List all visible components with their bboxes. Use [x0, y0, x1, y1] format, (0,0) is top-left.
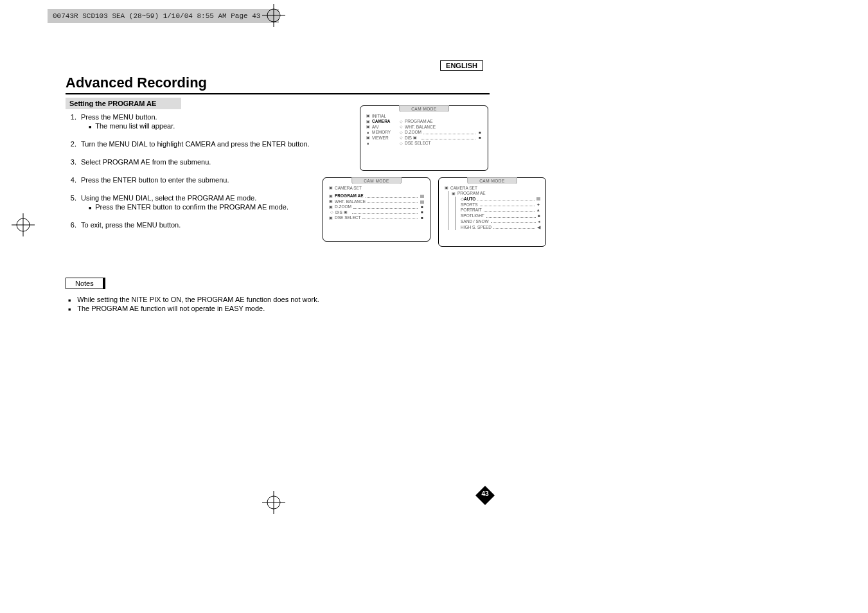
camera-osd-screen-3: CAM MODE CAMERA SET PROGRAM AE ◇AUTO SPO… [438, 177, 546, 247]
step-text: To exit, press the MENU button. [81, 221, 181, 229]
auto-mode-icon [420, 194, 425, 199]
step-item: Press the MENU button. The menu list wil… [78, 113, 316, 130]
folder-icon [328, 194, 333, 199]
osd-mode-item: AUTO [464, 197, 475, 202]
osd-right-item: D.ZOOM [405, 130, 421, 135]
crop-mark-icon [262, 4, 285, 27]
crop-mark-icon [262, 491, 285, 514]
portrait-mode-icon: ▲ [536, 208, 540, 213]
osd-left-item: MEMORY [372, 130, 398, 135]
end-icon [420, 205, 425, 210]
osd-right-item: DIS [405, 136, 412, 141]
high-speed-mode-icon: ◀ [537, 225, 540, 231]
osd-mode-item: SPORTS [461, 202, 478, 208]
osd-left-item: A/V [372, 125, 398, 130]
folder-icon [366, 125, 370, 130]
step-text: Press the MENU button. [81, 113, 157, 121]
step-item: Using the MENU DIAL, select the PROGRAM … [78, 194, 316, 211]
folder-icon [366, 120, 370, 124]
osd-left-item: VIEWER [372, 136, 398, 141]
print-header-strip: 00743R SCD103 SEA (28~59) 1/10/04 8:55 A… [48, 9, 279, 23]
diamond-icon: ◇ [400, 120, 403, 125]
osd-left-item: CAMERA [372, 119, 398, 124]
crop-mark-icon [12, 213, 35, 236]
camera-osd-screen-1: CAM MODE INITIAL CAMERA◇PROGRAM AE A/V◇W… [360, 105, 488, 171]
note-item: While setting the NITE PIX to ON, the PR… [68, 296, 490, 303]
end-icon [477, 136, 483, 141]
folder-icon [451, 191, 456, 196]
section-heading: Setting the PROGRAM AE [66, 98, 181, 109]
notes-heading: Notes [66, 278, 105, 289]
camera-osd-screen-2: CAM MODE CAMERA SET PROGRAM AE WHT. BALA… [323, 177, 430, 242]
end-icon [420, 199, 425, 204]
osd-right-item: WHT. BALANCE [405, 125, 436, 130]
osd-heading: CAMERA SET [450, 186, 477, 191]
osd-item: DSE SELECT [335, 215, 360, 220]
end-icon [420, 215, 425, 220]
title-rule [66, 93, 490, 94]
osd-item: DIS [335, 210, 342, 215]
end-icon [420, 210, 425, 215]
end-icon [477, 130, 483, 136]
diamond-icon: ◇ [400, 130, 403, 136]
folder-icon [444, 186, 448, 191]
diamond-icon: ◇ [400, 136, 403, 141]
osd-mode-label: CAM MODE [351, 177, 402, 184]
language-tag: ENGLISH [440, 60, 483, 71]
diamond-icon: ◇ [400, 125, 403, 130]
note-item: The PROGRAM AE function will not operate… [68, 305, 490, 312]
osd-item: WHT. BALANCE [335, 199, 366, 204]
step-text: Press the ENTER button to enter the subm… [81, 176, 229, 184]
osd-heading: CAMERA SET [335, 186, 362, 191]
osd-mode-item: PORTRAIT [461, 208, 482, 213]
folder-icon [366, 136, 370, 140]
square-icon [366, 141, 370, 146]
step-item: Press the ENTER button to enter the subm… [78, 176, 316, 184]
folder-icon [328, 205, 333, 209]
page-number-badge: 43 [475, 486, 495, 505]
osd-mode-label: CAM MODE [399, 105, 449, 112]
hand-icon [344, 210, 348, 215]
folder-icon [328, 186, 333, 191]
osd-mode-label: CAM MODE [467, 177, 517, 184]
folder-icon [413, 136, 418, 140]
diamond-icon: ◇ [400, 141, 403, 147]
square-icon [366, 130, 370, 135]
osd-mode-item: SPOTLIGHT [461, 213, 484, 219]
step-item: Turn the MENU DIAL to highlight CAMERA a… [78, 140, 316, 148]
step-text: Turn the MENU DIAL to highlight CAMERA a… [81, 140, 310, 148]
osd-left-item: INITIAL [372, 114, 398, 119]
osd-subheading: PROGRAM AE [457, 191, 486, 196]
spotlight-mode-icon: ■ [538, 213, 540, 219]
step-text: Using the MENU DIAL, select the PROGRAM … [81, 194, 256, 202]
step-text: Select PROGRAM AE from the submenu. [81, 158, 211, 166]
osd-mode-item: HIGH S. SPEED [461, 225, 492, 231]
step-subtext: Press the ENTER button to confirm the PR… [89, 203, 316, 211]
folder-icon [366, 114, 370, 119]
diamond-icon: ◇ [330, 210, 333, 215]
step-item: To exit, press the MENU button. [78, 221, 316, 229]
sand-snow-mode-icon: ◂ [538, 219, 540, 225]
page-content: ENGLISH Advanced Recording Setting the P… [66, 62, 490, 314]
folder-icon [328, 216, 333, 220]
page-number: 43 [475, 490, 495, 497]
page-title: Advanced Recording [66, 75, 490, 91]
osd-item: D.ZOOM [335, 204, 351, 209]
folder-icon [328, 200, 333, 204]
step-item: Select PROGRAM AE from the submenu. [78, 158, 316, 166]
osd-item: PROGRAM AE [335, 193, 364, 199]
step-subtext: The menu list will appear. [89, 122, 316, 130]
osd-mode-item: SAND / SNOW [461, 219, 489, 225]
print-header-text: 00743R SCD103 SEA (28~59) 1/10/04 8:55 A… [53, 12, 260, 20]
sports-mode-icon: ✦ [536, 202, 540, 208]
osd-right-item: DSE SELECT [405, 141, 430, 146]
auto-mode-icon [536, 197, 540, 202]
notes-list: While setting the NITE PIX to ON, the PR… [68, 296, 490, 312]
osd-right-item: PROGRAM AE [405, 119, 433, 124]
